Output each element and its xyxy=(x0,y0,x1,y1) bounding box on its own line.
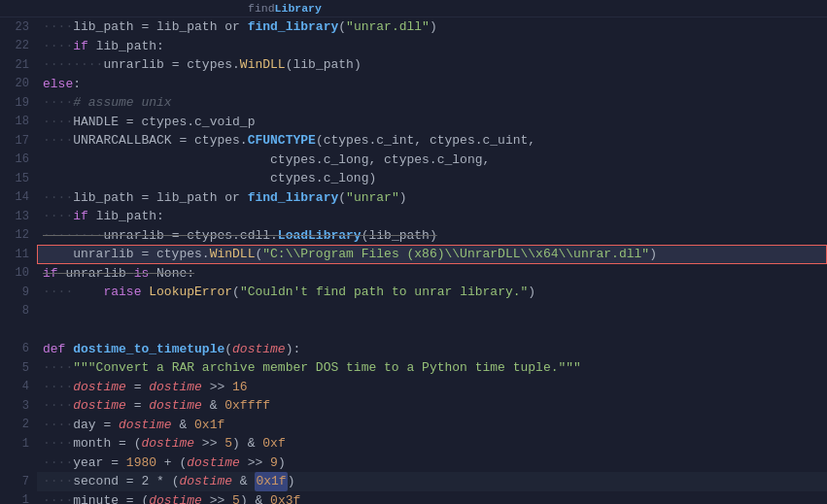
ln-8: 8 xyxy=(0,302,29,321)
ln-1b: 1 xyxy=(0,491,29,505)
ln-12: 12 xyxy=(0,226,29,246)
code-body: 23 22 21 20 19 18 17 16 15 14 13 12 11 1… xyxy=(0,17,827,504)
ln-0 xyxy=(0,454,29,473)
code-line-9: ···· raise LookupError("Couldn't find pa… xyxy=(37,283,827,302)
ln-18: 18 xyxy=(0,113,29,132)
ln-2: 2 xyxy=(0,416,29,435)
code-editor: find Library 23 22 21 20 19 18 17 16 15 … xyxy=(0,0,827,504)
indent: ···· xyxy=(43,396,73,416)
indent: ···· xyxy=(43,358,73,378)
indent: ···· xyxy=(43,37,73,56)
indent: ···· xyxy=(43,131,73,151)
code-line-year: ····year = 1980 + (dostime >> 9) xyxy=(37,454,827,473)
code-line-2: ····day = dostime & 0x1f xyxy=(37,416,827,435)
ln-3: 3 xyxy=(0,396,29,416)
ln-7b: 7 xyxy=(0,472,29,491)
ln-20: 20 xyxy=(0,75,29,94)
code-line-15: ctypes.c_long) xyxy=(37,169,827,188)
code-content[interactable]: ····lib_path = lib_path or find_library(… xyxy=(37,17,827,504)
indent: ···· xyxy=(43,378,73,397)
cursor-selection: 0x1f xyxy=(255,472,287,491)
code-line-13: ····if lib_path: xyxy=(37,207,827,226)
ln-11: 11 xyxy=(0,245,29,264)
ln-10: 10 xyxy=(0,264,29,284)
code-line-22: ····if lib_path: xyxy=(37,37,827,56)
indent: ········ xyxy=(43,55,103,75)
indent: ···· xyxy=(43,434,73,454)
line-numbers-column: 23 22 21 20 19 18 17 16 15 14 13 12 11 1… xyxy=(0,17,37,504)
code-line-1: ····month = (dostime >> 5) & 0xf xyxy=(37,434,827,454)
ln-13: 13 xyxy=(0,207,29,226)
code-line-12: ········unrarlib = ctypes.cdll.LoadLibra… xyxy=(37,226,827,246)
ln-19: 19 xyxy=(0,93,29,113)
indent: ···· xyxy=(43,491,73,505)
code-line-18: ····HANDLE = ctypes.c_void_p xyxy=(37,113,827,132)
ln-15: 15 xyxy=(0,169,29,188)
code-line-second: ····second = 2 * (dostime & 0x1f) xyxy=(37,472,827,491)
code-line-minute: ····minute = (dostime >> 5) & 0x3f xyxy=(37,491,827,505)
indent: ···· xyxy=(43,454,73,473)
indent: ···· xyxy=(43,283,73,302)
ln-17: 17 xyxy=(0,131,29,151)
ln-22: 22 xyxy=(0,37,29,56)
indent: ···· xyxy=(43,207,73,226)
ln-7 xyxy=(0,320,29,340)
find-label: find xyxy=(248,0,275,17)
ln-1: 1 xyxy=(0,434,29,454)
code-line-17: ····UNRARCALLBACK = ctypes.CFUNCTYPE(cty… xyxy=(37,131,827,151)
code-line-5: ····"""Convert a RAR archive member DOS … xyxy=(37,358,827,378)
code-line-19: ····# assume unix xyxy=(37,93,827,113)
indent: ···· xyxy=(43,416,73,435)
ln-23: 23 xyxy=(0,17,29,37)
indent: ···· xyxy=(43,113,73,132)
code-line-6: def dostime_to_timetuple(dostime): xyxy=(37,340,827,359)
code-line-4: ····dostime = dostime >> 16 xyxy=(37,378,827,397)
ln-6: 6 xyxy=(0,340,29,359)
ln-21: 21 xyxy=(0,55,29,75)
code-line-21: ········unrarlib = ctypes.WinDLL(lib_pat… xyxy=(37,55,827,75)
library-highlight: Library xyxy=(275,0,322,17)
indent: ···· xyxy=(43,188,73,208)
ln-5: 5 xyxy=(0,358,29,378)
code-line-16: ctypes.c_long, ctypes.c_long, xyxy=(37,151,827,170)
code-line-11: unrarlib = ctypes.WinDLL("C:\\Program Fi… xyxy=(37,245,827,264)
code-line-14: ····lib_path = lib_path or find_library(… xyxy=(37,188,827,208)
code-line-10: if unrarlib is None: xyxy=(37,264,827,284)
code-line-7-blank xyxy=(37,320,827,340)
indent: ···· xyxy=(43,93,73,113)
code-line-3: ····dostime = dostime & 0xffff xyxy=(37,396,827,416)
code-line-23: ····lib_path = lib_path or find_library(… xyxy=(37,17,827,37)
code-line-8 xyxy=(37,302,827,321)
ln-4: 4 xyxy=(0,378,29,397)
indent: ···· xyxy=(43,17,73,37)
code-line-20: else: xyxy=(37,75,827,94)
top-bar: find Library xyxy=(0,0,827,17)
ln-16: 16 xyxy=(0,151,29,170)
ln-9: 9 xyxy=(0,283,29,302)
indent: ········ xyxy=(43,226,103,246)
ln-14: 14 xyxy=(0,188,29,208)
indent: ···· xyxy=(43,472,73,491)
